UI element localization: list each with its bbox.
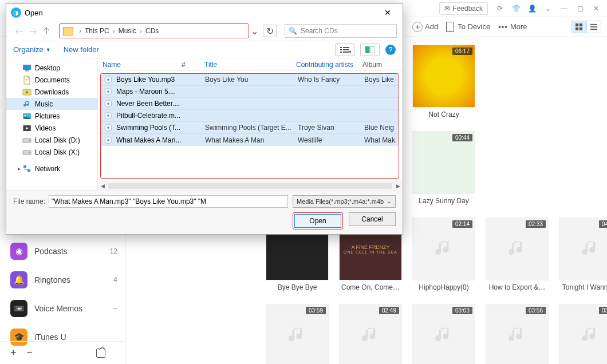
sidebar-item-voice-memos[interactable]: 📼Voice Memos-- <box>0 294 125 323</box>
breadcrumb-segment[interactable]: CDs <box>144 26 160 36</box>
to-device-button[interactable]: To Device <box>446 22 490 32</box>
downloads-icon <box>22 88 31 97</box>
file-type-select[interactable]: Media Files(*.mp3;*.m4a;*.m4b⌄ <box>293 195 396 208</box>
music-tile[interactable]: 03:56 <box>486 304 549 364</box>
open-file-dialog: ◑ Open ✕ 🡠 🡢 🡡 › This PC › Music › CDs ⌄… <box>6 3 403 235</box>
more-button[interactable]: •••More <box>498 22 527 31</box>
help-button[interactable]: ? <box>385 45 396 55</box>
window-minimize-button[interactable]: — <box>557 2 571 15</box>
chevron-down-icon: ⌄ <box>387 199 392 204</box>
music-tile[interactable]: 00:44Lazy Sunny Day <box>412 131 475 205</box>
window-maximize-button[interactable]: ▢ <box>573 2 588 15</box>
music-tile[interactable]: 02:49 <box>339 304 402 364</box>
open-button[interactable]: Open <box>294 214 341 228</box>
sidebar-add-button[interactable]: + <box>10 347 17 359</box>
column-artists[interactable]: Contributing artists <box>296 61 362 69</box>
nav-back-button[interactable]: 🡠 <box>12 24 26 38</box>
pictures-icon <box>22 112 31 121</box>
breadcrumb[interactable]: › This PC › Music › CDs <box>61 26 247 36</box>
tree-item-local-disk-d[interactable]: Local Disk (D:) <box>6 134 97 146</box>
disk-icon <box>22 136 31 145</box>
music-tile[interactable]: 03:03 <box>412 304 475 364</box>
horizontal-scrollbar[interactable]: ◀▶ <box>98 181 403 190</box>
file-row[interactable]: Never Been Better.... <box>101 98 399 110</box>
add-button[interactable]: ＋Add <box>412 22 438 32</box>
dialog-footer: File name: Media Files(*.mp3;*.m4a;*.m4b… <box>6 190 403 234</box>
file-row[interactable]: Pitbull-Celebrate.m... <box>101 110 399 122</box>
column-title[interactable]: Title <box>204 61 296 69</box>
dialog-close-button[interactable]: ✕ <box>376 6 399 19</box>
sidebar-item-podcasts[interactable]: ◉Podcasts12 <box>0 237 125 266</box>
scroll-left-icon[interactable]: ◀ <box>98 181 107 190</box>
column-name[interactable]: Name <box>103 61 182 69</box>
organize-button[interactable]: Organize <box>13 45 44 54</box>
music-tile[interactable]: 02:33How to Export &… <box>486 217 549 291</box>
breadcrumb-dropdown-button[interactable]: ⌄ <box>249 26 259 37</box>
chevron-right-icon: ▸ <box>18 165 21 172</box>
file-selection-highlight: Boys Like You.mp3Boys Like YouWho Is Fan… <box>100 73 399 179</box>
file-name-input[interactable] <box>49 195 288 208</box>
ringtones-icon: 🔔 <box>10 271 27 288</box>
refresh-icon[interactable]: ⟳ <box>492 2 507 15</box>
menu-chevron-icon[interactable]: ⌄ <box>541 2 555 15</box>
tree-item-downloads[interactable]: Downloads <box>6 86 97 98</box>
music-note-icon <box>432 238 455 260</box>
view-switcher <box>571 21 601 33</box>
voice-memos-icon: 📼 <box>10 300 27 317</box>
column-album[interactable]: Album <box>362 61 403 69</box>
tree-item-documents[interactable]: Documents <box>6 74 97 86</box>
scroll-right-icon[interactable]: ▶ <box>393 181 403 190</box>
sidebar-remove-button[interactable]: − <box>27 347 33 359</box>
view-preview-button[interactable] <box>360 43 380 56</box>
list-view-button[interactable] <box>586 21 601 33</box>
account-icon[interactable]: 👤 <box>525 2 539 15</box>
file-row[interactable]: Swimming Pools (T...Swimming Pools (Targ… <box>101 122 399 134</box>
tree-item-desktop[interactable]: Desktop <box>6 62 97 74</box>
music-tile[interactable]: 03:24 <box>559 304 607 364</box>
tree-item-pictures[interactable]: Pictures <box>6 110 97 122</box>
file-row[interactable]: Boys Like You.mp3Boys Like YouWho Is Fan… <box>101 74 399 86</box>
duration-badge: 00:44 <box>452 134 472 141</box>
window-close-button[interactable]: ✕ <box>589 2 604 15</box>
column-number[interactable]: # <box>182 61 204 69</box>
cancel-button[interactable]: Cancel <box>349 212 396 226</box>
audio-file-icon <box>104 136 112 144</box>
podcasts-icon: ◉ <box>10 243 27 260</box>
duration-badge: 02:33 <box>526 220 546 228</box>
organize-dropdown-icon[interactable]: ▼ <box>46 47 51 53</box>
new-folder-button[interactable]: New folder <box>64 45 99 54</box>
shop-icon[interactable]: 👕 <box>509 2 523 15</box>
audio-file-icon <box>104 88 112 96</box>
view-details-button[interactable]: ▼ <box>335 43 354 56</box>
nav-forward-button[interactable]: 🡢 <box>26 24 40 38</box>
tree-item-local-disk-x[interactable]: Local Disk (X:) <box>6 146 97 158</box>
duration-badge: 03:59 <box>306 307 326 314</box>
breadcrumb-segment[interactable]: Music <box>117 26 138 36</box>
sidebar-export-button[interactable] <box>96 349 105 358</box>
videos-icon <box>22 124 31 133</box>
disk-icon <box>22 148 31 157</box>
tree-item-music[interactable]: Music <box>6 98 97 110</box>
nav-up-button[interactable]: 🡡 <box>40 24 53 38</box>
feedback-button[interactable]: ✉Feedback <box>439 2 488 15</box>
tree-item-network[interactable]: ▸Network <box>6 163 97 175</box>
file-row[interactable]: Maps - Maroon 5.... <box>101 86 399 98</box>
duration-badge: 03:24 <box>599 307 607 314</box>
more-icon: ••• <box>498 22 508 31</box>
music-tile[interactable]: 02:14HiphopHappy(0) <box>412 217 475 291</box>
breadcrumb-segment[interactable]: This PC <box>83 26 111 36</box>
duration-badge: 03:56 <box>526 307 546 314</box>
sidebar-item-ringtones[interactable]: 🔔Ringtones4 <box>0 266 125 294</box>
tree-item-videos[interactable]: Videos <box>6 122 97 134</box>
music-note-icon <box>579 238 602 260</box>
network-icon <box>22 164 31 173</box>
duration-badge: 06:17 <box>452 48 472 55</box>
grid-view-button[interactable] <box>571 21 586 33</box>
search-input[interactable]: 🔍 Search CDs <box>285 24 397 38</box>
music-tile[interactable]: 03:59 <box>266 304 329 364</box>
music-tile[interactable]: 06:17Not Crazy <box>412 45 475 118</box>
music-tile[interactable]: 04:19Tonight I Wanna… <box>559 217 607 291</box>
file-row[interactable]: What Makes A Man...What Makes A ManWestl… <box>101 134 399 146</box>
nav-refresh-button[interactable]: ↻ <box>263 25 277 37</box>
plus-icon: ＋ <box>412 22 423 32</box>
